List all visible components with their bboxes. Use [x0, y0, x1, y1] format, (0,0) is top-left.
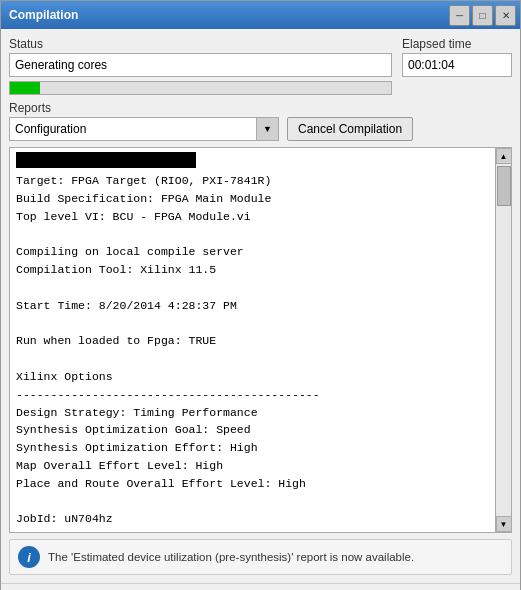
- cancel-compilation-button[interactable]: Cancel Compilation: [287, 117, 413, 141]
- main-window: Compilation ─ □ ✕ Status Elapsed time: [0, 0, 521, 590]
- elapsed-group: Elapsed time: [402, 37, 512, 77]
- elapsed-field: [402, 53, 512, 77]
- info-message: The 'Estimated device utilization (pre-s…: [48, 551, 414, 563]
- reports-select[interactable]: Configuration ▼: [9, 117, 279, 141]
- log-line-blank3: [16, 315, 489, 333]
- progress-bar-container: [9, 81, 392, 95]
- log-line-jobid: JobId: uN704hz: [16, 510, 489, 528]
- log-area: Target: FPGA Target (RIO0, PXI-7841R) Bu…: [9, 147, 512, 533]
- redacted-bar: [16, 152, 196, 168]
- reports-select-value: Configuration: [10, 119, 256, 139]
- scrollbar-up-button[interactable]: ▲: [496, 148, 512, 164]
- log-line-place: Place and Route Overall Effort Level: Hi…: [16, 475, 489, 493]
- log-line-design: Design Strategy: Timing Performance: [16, 404, 489, 422]
- log-line-blank1: [16, 225, 489, 243]
- status-row: Status Elapsed time: [9, 37, 512, 95]
- log-line-toplevel: Top level VI: BCU - FPGA Module.vi: [16, 208, 489, 226]
- log-line-run: Run when loaded to Fpga: TRUE: [16, 332, 489, 350]
- status-label: Status: [9, 37, 392, 51]
- log-line-map: Map Overall Effort Level: High: [16, 457, 489, 475]
- log-line-blank4: [16, 350, 489, 368]
- log-line-compile: Compiling on local compile server: [16, 243, 489, 261]
- log-line-blank2: [16, 279, 489, 297]
- elapsed-label: Elapsed time: [402, 37, 512, 51]
- title-bar-controls: ─ □ ✕: [449, 5, 516, 26]
- log-line-blank5: [16, 493, 489, 511]
- bottom-bar: Close ▼ Help: [1, 583, 520, 590]
- log-line-build: Build Specification: FPGA Main Module: [16, 190, 489, 208]
- reports-label: Reports: [9, 101, 512, 115]
- reports-section: Reports Configuration ▼ Cancel Compilati…: [9, 101, 512, 141]
- content-area: Status Elapsed time Reports Configuratio…: [1, 29, 520, 583]
- title-bar: Compilation ─ □ ✕: [1, 1, 520, 29]
- progress-bar-fill: [10, 82, 40, 94]
- reports-row: Configuration ▼ Cancel Compilation: [9, 117, 512, 141]
- status-group: Status: [9, 37, 392, 95]
- maximize-button[interactable]: □: [472, 5, 493, 26]
- log-line-tool: Compilation Tool: Xilinx 11.5: [16, 261, 489, 279]
- scrollbar-thumb[interactable]: [497, 166, 511, 206]
- log-line-target: Target: FPGA Target (RIO0, PXI-7841R): [16, 172, 489, 190]
- log-line-start: Start Time: 8/20/2014 4:28:37 PM: [16, 297, 489, 315]
- reports-dropdown-arrow[interactable]: ▼: [256, 118, 278, 140]
- scrollbar-down-button[interactable]: ▼: [496, 516, 512, 532]
- info-icon: i: [18, 546, 40, 568]
- minimize-button[interactable]: ─: [449, 5, 470, 26]
- status-field: [9, 53, 392, 77]
- scrollbar-track: ▲ ▼: [495, 148, 511, 532]
- info-bar: i The 'Estimated device utilization (pre…: [9, 539, 512, 575]
- log-line-synth-goal: Synthesis Optimization Goal: Speed: [16, 421, 489, 439]
- close-button[interactable]: ✕: [495, 5, 516, 26]
- log-line-xilinx: Xilinx Options: [16, 368, 489, 386]
- log-content: Target: FPGA Target (RIO0, PXI-7841R) Bu…: [10, 148, 495, 532]
- log-line-synth-effort: Synthesis Optimization Effort: High: [16, 439, 489, 457]
- log-line-dashes: ----------------------------------------…: [16, 386, 489, 404]
- window-title: Compilation: [9, 8, 78, 22]
